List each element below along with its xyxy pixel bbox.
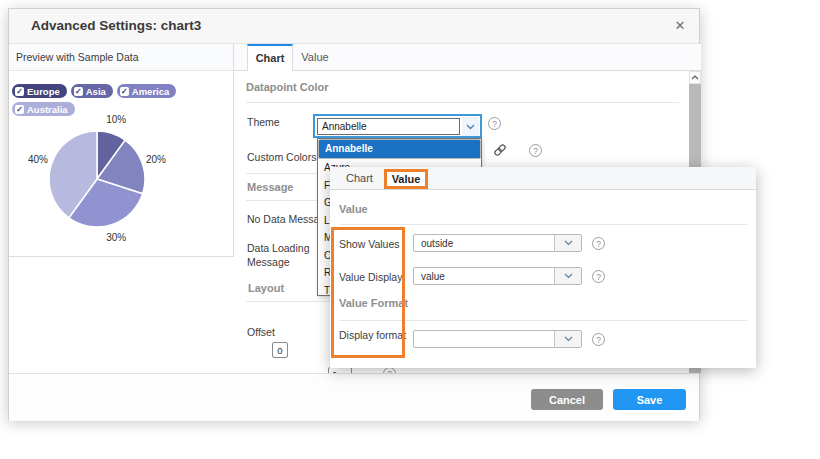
- value-display-value: value: [421, 268, 445, 285]
- section-message: Message: [247, 181, 293, 193]
- tab-value[interactable]: Value: [293, 44, 337, 71]
- chevron-down-icon: [554, 331, 581, 347]
- dialog-titlebar: Advanced Settings: chart3 ✕: [9, 9, 699, 44]
- cancel-button[interactable]: Cancel: [531, 389, 603, 410]
- offset-input[interactable]: 0: [272, 342, 288, 358]
- value-tab-overlay: Chart Value Value Show Values outside ? …: [330, 167, 756, 368]
- help-icon[interactable]: ?: [592, 270, 605, 283]
- data-loading-message-label-2: Message: [247, 256, 290, 268]
- pie-label: 40%: [28, 154, 48, 165]
- screen: Advanced Settings: chart3 ✕ Preview with…: [0, 0, 820, 459]
- section-layout: Layout: [248, 282, 284, 294]
- display-format-select[interactable]: [413, 330, 582, 348]
- display-format-label: Display format: [339, 329, 406, 341]
- main-tabbar: Chart Value: [234, 44, 701, 71]
- help-icon[interactable]: ?: [529, 144, 542, 157]
- help-icon[interactable]: ?: [592, 333, 605, 346]
- dialog-title: Advanced Settings: chart3: [31, 18, 201, 33]
- checkbox-checked-icon[interactable]: ✓: [120, 87, 129, 96]
- preview-header-label: Preview with Sample Data: [16, 51, 139, 63]
- pie-label: 30%: [106, 232, 126, 243]
- divider: [339, 320, 747, 321]
- preview-panel: Preview with Sample Data ✓ Europe ✓ Asia…: [9, 44, 234, 257]
- theme-combobox[interactable]: [313, 114, 482, 138]
- divider: [339, 224, 747, 225]
- show-values-select[interactable]: outside: [413, 234, 582, 252]
- show-values-value: outside: [421, 235, 453, 252]
- theme-dropdown-item[interactable]: Annabelle: [318, 139, 481, 159]
- help-icon[interactable]: ?: [488, 117, 501, 130]
- value-display-select[interactable]: value: [413, 267, 582, 285]
- legend-chip-label: Europe: [27, 86, 60, 97]
- dialog-footer: Cancel Save: [9, 373, 699, 421]
- legend-chip-label: Asia: [86, 86, 106, 97]
- chevron-down-icon: [554, 268, 581, 284]
- section-datapoint-color: Datapoint Color: [246, 81, 329, 93]
- pie-label: 20%: [146, 154, 166, 165]
- pie-chart: 10%20%30%40%: [17, 105, 193, 247]
- chevron-down-icon[interactable]: [462, 117, 479, 136]
- legend-chip-label: America: [132, 86, 170, 97]
- checkbox-checked-icon[interactable]: ✓: [74, 87, 83, 96]
- close-icon[interactable]: ✕: [671, 17, 689, 35]
- link-icon[interactable]: [493, 143, 507, 157]
- legend-chip-europe[interactable]: ✓ Europe: [12, 84, 67, 98]
- help-icon[interactable]: ?: [592, 237, 605, 250]
- preview-header: Preview with Sample Data: [9, 44, 233, 71]
- theme-label: Theme: [247, 116, 280, 128]
- checkbox-checked-icon[interactable]: ✓: [15, 87, 24, 96]
- legend-chip-asia[interactable]: ✓ Asia: [71, 84, 113, 98]
- overlay-tab-value[interactable]: Value: [384, 169, 428, 189]
- pie-label: 10%: [106, 114, 126, 125]
- value-display-label: Value Display: [339, 271, 402, 283]
- custom-colors-label: Custom Colors: [247, 151, 316, 163]
- legend-chip-america[interactable]: ✓ America: [117, 84, 177, 98]
- section-value: Value: [339, 203, 368, 215]
- offset-label: Offset: [247, 326, 275, 338]
- tab-chart[interactable]: Chart: [247, 44, 293, 71]
- chevron-down-icon: [554, 235, 581, 251]
- overlay-tabbar: Chart Value: [330, 167, 756, 190]
- divider: [246, 102, 679, 103]
- overlay-tab-chart[interactable]: Chart: [346, 172, 373, 184]
- theme-input[interactable]: [317, 118, 460, 135]
- section-value-format: Value Format: [339, 297, 408, 309]
- data-loading-message-label: Data Loading: [247, 242, 309, 254]
- save-button[interactable]: Save: [613, 389, 686, 410]
- show-values-label: Show Values: [339, 238, 400, 250]
- scroll-up-icon[interactable]: [689, 71, 701, 84]
